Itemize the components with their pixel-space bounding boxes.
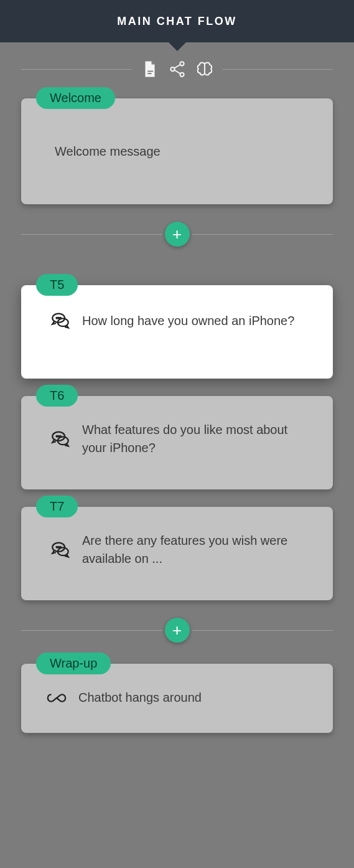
svg-rect-0 [147, 71, 153, 72]
chat-icon [50, 310, 71, 331]
add-step-button[interactable]: + [165, 618, 190, 643]
page-title: MAIN CHAT FLOW [117, 15, 237, 28]
card-tag: T6 [36, 385, 78, 407]
divider-line [21, 630, 162, 631]
divider-line [21, 234, 162, 235]
svg-line-5 [174, 65, 180, 68]
header-pointer [169, 42, 186, 51]
card-tag: Welcome [36, 87, 115, 109]
plus-icon: + [172, 226, 182, 242]
card-tag: T5 [36, 274, 78, 296]
svg-point-19 [56, 547, 57, 548]
svg-point-9 [56, 318, 57, 319]
card-text: What features do you like most about you… [82, 421, 313, 457]
card-welcome[interactable]: Welcome Welcome message [21, 98, 333, 204]
add-step-button[interactable]: + [165, 222, 190, 247]
share-icon[interactable] [168, 60, 187, 78]
svg-point-15 [58, 436, 59, 437]
card-t5[interactable]: T5 How long have you owned an iPhone? [21, 285, 333, 379]
document-icon[interactable] [141, 60, 159, 78]
svg-point-14 [56, 436, 57, 437]
chat-icon [50, 539, 71, 560]
divider-line [223, 69, 333, 70]
brain-icon[interactable] [195, 60, 214, 78]
add-divider: + [21, 618, 333, 643]
svg-point-21 [60, 547, 61, 548]
infinity-icon [46, 692, 67, 704]
card-text: How long have you owned an iPhone? [82, 312, 313, 330]
svg-rect-1 [147, 73, 151, 74]
card-text: Chatbot hangs around [78, 689, 313, 707]
plus-icon: + [172, 622, 182, 638]
card-wrapup[interactable]: Wrap-up Chatbot hangs around [21, 664, 333, 733]
svg-point-10 [58, 318, 59, 319]
card-t6[interactable]: T6 What features do you like most about … [21, 396, 333, 489]
divider-line [192, 234, 333, 235]
card-tag: T7 [36, 496, 78, 517]
chat-icon [50, 428, 71, 450]
svg-point-16 [60, 436, 61, 437]
svg-point-11 [60, 318, 61, 319]
divider-line [21, 69, 132, 70]
top-icon-row [21, 60, 333, 78]
svg-line-6 [174, 70, 180, 74]
svg-point-20 [58, 547, 59, 548]
add-divider: + [21, 222, 333, 247]
card-text: Are there any features you wish were ava… [82, 532, 313, 568]
card-t7[interactable]: T7 Are there any features you wish were … [21, 507, 333, 600]
card-text: Welcome message [55, 143, 161, 161]
header-bar: MAIN CHAT FLOW [0, 0, 354, 42]
divider-line [192, 630, 333, 631]
card-tag: Wrap-up [36, 653, 111, 674]
